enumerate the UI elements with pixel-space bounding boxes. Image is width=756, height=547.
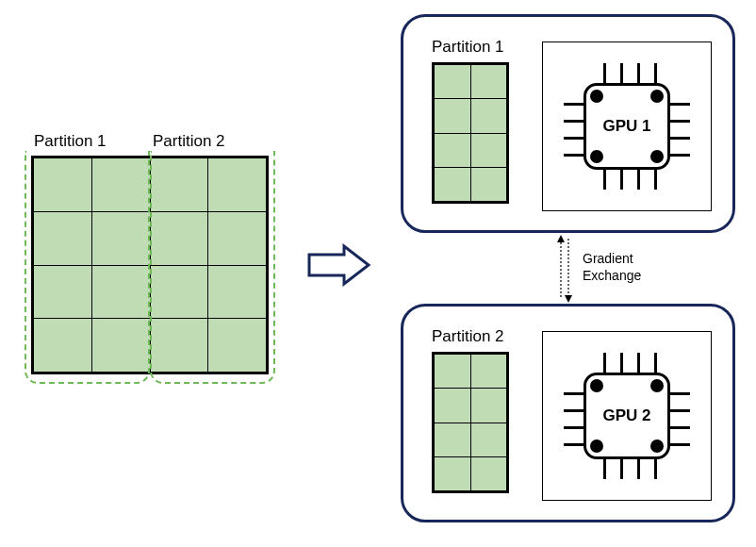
- svg-marker-0: [309, 246, 369, 284]
- label-partition-1: Partition 1: [34, 132, 153, 151]
- gradient-exchange-line2: Exchange: [583, 268, 641, 285]
- node1-mini-matrix: [432, 62, 509, 204]
- node1-gpu-box: GPU 1: [542, 41, 712, 211]
- node2-mini-grid: [434, 354, 507, 491]
- node-card-gpu2: Partition 2 GPU 2: [401, 304, 735, 522]
- node2-gpu-box: GPU 2: [542, 331, 712, 501]
- svg-marker-4: [565, 295, 572, 303]
- gpu1-chip-icon: GPU 1: [583, 83, 670, 170]
- node-card-gpu1: Partition 1 GPU 1: [401, 14, 735, 233]
- left-matrix: [31, 156, 269, 374]
- label-partition-2: Partition 2: [153, 132, 271, 151]
- gradient-exchange-label: Gradient Exchange: [583, 251, 641, 284]
- gradient-exchange-arrow-icon: [556, 233, 579, 305]
- gradient-exchange-line1: Gradient: [583, 251, 641, 268]
- left-partition-labels: Partition 1 Partition 2: [34, 132, 271, 151]
- node2-partition-label: Partition 2: [432, 327, 504, 346]
- gpu2-chip-icon: GPU 2: [583, 373, 670, 459]
- gpu2-label: GPU 2: [602, 406, 650, 425]
- gpu1-label: GPU 1: [602, 117, 650, 136]
- node1-mini-grid: [434, 64, 507, 202]
- arrow-icon: [306, 243, 372, 287]
- node1-partition-label: Partition 1: [432, 38, 504, 57]
- node2-mini-matrix: [432, 352, 509, 493]
- left-matrix-grid: [33, 157, 267, 373]
- svg-marker-3: [557, 235, 565, 242]
